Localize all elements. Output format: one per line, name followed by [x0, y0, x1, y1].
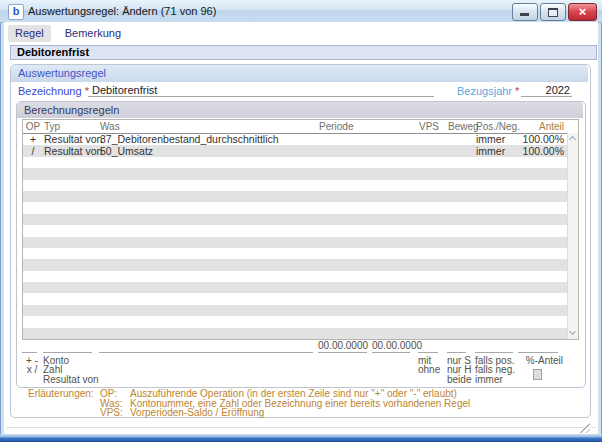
entry-field-line-typ	[43, 340, 92, 353]
maximize-button[interactable]	[540, 3, 566, 21]
table-row[interactable]	[23, 202, 567, 213]
legend-ant	[518, 375, 566, 384]
bezeichnung-input[interactable]: Debitorenfrist	[88, 83, 434, 97]
entry-field-p2[interactable]: 00.00.0000	[372, 340, 415, 352]
title-bar[interactable]: b Auswertungsregel: Ändern (71 von 96) ×	[0, 0, 602, 23]
table-row[interactable]	[23, 282, 567, 293]
tab-regel[interactable]: Regel	[8, 25, 51, 42]
entry-field-bew[interactable]	[443, 340, 471, 352]
bezugsjahr-required-mark: *	[515, 85, 519, 97]
table-row[interactable]	[23, 248, 567, 259]
close-icon: ×	[569, 4, 596, 20]
cell-pn: immer	[472, 134, 519, 145]
legend-ant: %-Anteil	[518, 356, 566, 365]
entry-field-line-p1: 00.00.0000	[318, 340, 367, 353]
app-icon: b	[8, 4, 24, 20]
rules-table: OPTypWasPeriodeVPSBeweg.Pos./Neg.Anteil …	[22, 119, 579, 340]
bezugsjahr-label-text: Bezugsjahr	[457, 85, 512, 97]
table-row[interactable]	[23, 180, 567, 191]
maximize-icon	[548, 8, 558, 17]
entry-field-typ[interactable]	[42, 340, 97, 352]
scroll-up-icon[interactable]	[570, 136, 576, 142]
table-row[interactable]	[23, 328, 567, 339]
table-row[interactable]	[23, 168, 567, 179]
table-row[interactable]	[23, 237, 567, 248]
legend-pn: immer	[471, 375, 518, 384]
table-row[interactable]	[23, 293, 567, 304]
table-row[interactable]	[23, 214, 567, 225]
legend-was	[97, 365, 318, 374]
content-bottom-divider	[6, 427, 596, 428]
window-controls: ×	[512, 3, 597, 21]
bezugsjahr-input[interactable]: 2022	[521, 83, 572, 97]
auswertungsregel-group-title: Auswertungsregel	[11, 65, 588, 82]
entry-field-pn[interactable]	[471, 340, 518, 352]
minimize-button[interactable]	[512, 3, 538, 21]
bezeichnung-label: Bezeichnung *	[18, 85, 89, 97]
table-scrollbar[interactable]	[567, 133, 578, 339]
column-header-periode[interactable]: Periode	[319, 120, 373, 133]
legend-typ: Resultat von	[42, 375, 97, 384]
cell-ant: 100.00%	[519, 134, 567, 145]
column-header-beweg[interactable]: Beweg.	[444, 120, 472, 133]
notes-label: Erläuterungen:	[28, 389, 94, 399]
tab-bemerkung[interactable]: Bemerkung	[58, 25, 128, 42]
table-row[interactable]: +Resultat von37_Debitorenbestand_durchsc…	[23, 134, 567, 145]
legend-row: Resultat vonbeideimmer	[22, 375, 582, 384]
entry-field-line-vps	[418, 340, 438, 353]
table-row[interactable]: /Resultat von50_Umsatzimmer100.00%	[23, 145, 567, 156]
table-row[interactable]	[23, 225, 567, 236]
entry-field-p1[interactable]: 00.00.0000	[318, 340, 372, 352]
window-bottom-border	[0, 434, 602, 442]
legend: + -Kontomitnur Sfalls pos.%-Anteilx /Zah…	[22, 356, 582, 384]
note-item: VPS:Vorperioden-Saldo / Eröffnung	[100, 408, 470, 418]
table-row[interactable]	[23, 259, 567, 270]
table-row[interactable]	[23, 271, 567, 282]
column-header-blank[interactable]	[373, 120, 416, 133]
cell-pn: immer	[472, 146, 519, 157]
cell-typ: Resultat von	[43, 146, 98, 157]
cell-typ: Resultat von	[43, 134, 98, 145]
legend-p2	[372, 365, 415, 374]
table-row[interactable]	[23, 316, 567, 327]
legend-ant	[518, 365, 566, 374]
percent-anteil-box-icon	[533, 369, 542, 380]
cell-was: 37_Debitorenbestand_durchschnittlich	[98, 134, 319, 145]
minimize-icon	[520, 13, 529, 16]
column-header-anteil[interactable]: Anteil	[519, 120, 567, 133]
scroll-down-icon[interactable]	[570, 330, 576, 336]
application-window: b Auswertungsregel: Ändern (71 von 96) ×…	[0, 0, 602, 442]
column-header-typ[interactable]: Typ	[43, 120, 98, 133]
column-header-was[interactable]: Was	[98, 120, 319, 133]
bezeichnung-label-text: Bezeichnung	[18, 85, 82, 97]
note-term: VPS:	[100, 408, 130, 418]
column-header-vps[interactable]: VPS	[416, 120, 444, 133]
close-button[interactable]: ×	[568, 3, 597, 21]
entry-field-op[interactable]	[22, 340, 42, 352]
berechnungsregeln-group-title: Berechnungsregeln	[17, 102, 583, 118]
table-row[interactable]	[23, 305, 567, 316]
legend-p1	[318, 365, 372, 374]
entry-field-line-bew	[447, 340, 466, 353]
column-header-pos-neg[interactable]: Pos./Neg.	[472, 120, 519, 133]
legend-p1	[318, 356, 372, 365]
entry-field-was[interactable]	[97, 340, 318, 352]
table-row[interactable]	[23, 191, 567, 202]
legend-op: x /	[22, 365, 42, 374]
rule-name-header: Debitorenfrist	[10, 45, 597, 60]
entry-field-line-ant	[518, 340, 558, 353]
window-title: Auswertungsregel: Ändern (71 von 96)	[28, 5, 216, 17]
entry-field-vps[interactable]	[415, 340, 443, 352]
entry-field-ant[interactable]	[518, 340, 566, 352]
bezugsjahr-label: Bezugsjahr *	[457, 85, 519, 97]
column-header-op[interactable]: OP	[23, 120, 43, 133]
table-header-row: OPTypWasPeriodeVPSBeweg.Pos./Neg.Anteil	[23, 120, 567, 134]
tab-bar: Regel Bemerkung	[8, 25, 128, 42]
entry-field-line-op	[22, 340, 37, 353]
entry-field-line-was	[99, 340, 313, 353]
table-row[interactable]	[23, 157, 567, 168]
cell-op: +	[23, 134, 43, 145]
notes-list: OP:Auszuführende Operation (in der erste…	[100, 389, 470, 418]
note-text: Vorperioden-Saldo / Eröffnung	[130, 408, 264, 418]
entry-field-line-pn	[475, 340, 513, 353]
